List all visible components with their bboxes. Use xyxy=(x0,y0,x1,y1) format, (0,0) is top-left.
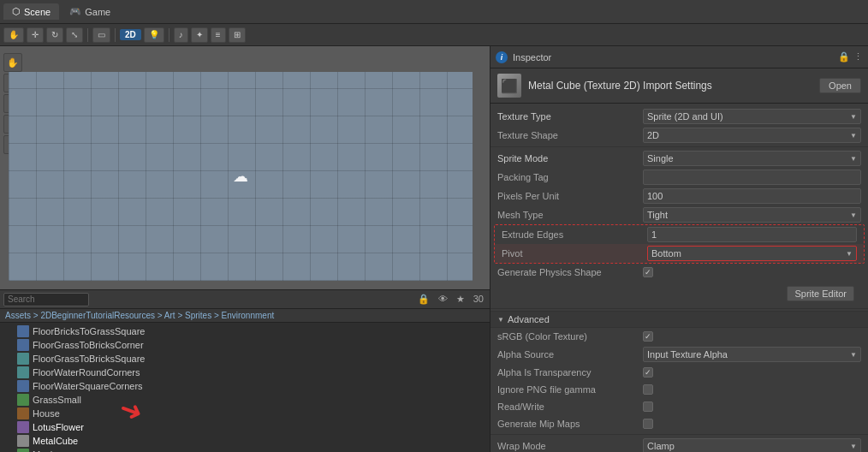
list-item[interactable]: Mushrooms xyxy=(0,448,490,452)
stats-toggle[interactable]: ≡ xyxy=(211,27,226,43)
inspector-lock-icon[interactable]: 🔒 xyxy=(838,51,850,62)
prop-srgb: sRGB (Color Texture) xyxy=(490,328,868,345)
mesh-type-dropdown[interactable]: Tight ▼ xyxy=(643,207,861,223)
file-icon xyxy=(17,353,29,365)
wrap-mode-dropdown[interactable]: Clamp ▼ xyxy=(643,438,861,452)
rect-tool[interactable]: ▭ xyxy=(92,27,110,43)
srgb-checkbox[interactable] xyxy=(643,331,653,342)
prop-packing-tag: Packing Tag xyxy=(490,168,868,187)
list-item[interactable]: FloorWaterRoundCorners xyxy=(0,366,490,379)
inspector-info-icon: i xyxy=(496,51,508,63)
file-list: FloorBricksToGrassSquare FloorGrassToBri… xyxy=(0,323,490,452)
alpha-transparency-label: Alpha Is Transparency xyxy=(497,367,643,378)
advanced-section-header[interactable]: ▼ Advanced xyxy=(490,311,868,328)
srgb-label: sRGB (Color Texture) xyxy=(497,331,643,342)
scene-hand-btn[interactable]: ✋ xyxy=(3,53,22,72)
project-search-input[interactable] xyxy=(3,293,89,306)
tab-scene[interactable]: ⬡ Scene xyxy=(3,3,59,20)
extrude-edges-label: Extrude Edges xyxy=(502,229,647,240)
list-item[interactable]: FloorBricksToGrassSquare xyxy=(0,324,490,338)
favorite-icon[interactable]: ★ xyxy=(454,293,467,306)
eye-icon[interactable]: 👁 xyxy=(436,293,450,306)
generate-mip-checkbox[interactable] xyxy=(643,419,653,429)
texture-shape-dropdown[interactable]: 2D ▼ xyxy=(643,128,861,143)
pivot-label: Pivot xyxy=(502,248,647,259)
prop-pixels-per-unit: Pixels Per Unit xyxy=(490,187,868,205)
prop-read-write: Read/Write xyxy=(490,398,868,415)
file-icon xyxy=(17,325,29,337)
wrap-mode-label: Wrap Mode xyxy=(497,441,643,451)
open-button[interactable]: Open xyxy=(819,78,861,93)
prop-pivot: Pivot Bottom ▼ xyxy=(495,244,864,263)
alpha-transparency-checkbox[interactable] xyxy=(643,367,653,378)
light-toggle[interactable]: 💡 xyxy=(144,27,164,43)
list-item-metalcube[interactable]: MetalCube xyxy=(0,434,490,448)
prop-wrap-mode: Wrap Mode Clamp ▼ xyxy=(490,437,868,452)
fx-toggle[interactable]: ✦ xyxy=(191,27,208,43)
list-item[interactable]: GrassSmall xyxy=(0,393,490,407)
list-item[interactable]: FloorWaterSquareCorners xyxy=(0,379,490,393)
generate-physics-checkbox[interactable] xyxy=(643,267,653,277)
packing-tag-input[interactable] xyxy=(643,170,861,185)
scene-cloud: ☁ xyxy=(233,167,248,186)
chevron-down-icon: ▼ xyxy=(850,351,857,359)
prop-texture-shape: Texture Shape 2D ▼ xyxy=(490,126,868,145)
asset-header: ⬛ Metal Cube (Texture 2D) Import Setting… xyxy=(490,68,868,104)
file-icon xyxy=(17,380,29,392)
texture-type-label: Texture Type xyxy=(497,111,643,122)
prop-alpha-transparency: Alpha Is Transparency xyxy=(490,364,868,381)
prop-texture-type: Texture Type Sprite (2D and UI) ▼ xyxy=(490,107,868,126)
inspector-menu-icon[interactable]: ⋮ xyxy=(853,51,863,62)
alpha-source-label: Alpha Source xyxy=(497,349,643,360)
move-tool[interactable]: ✛ xyxy=(27,27,44,43)
sprite-editor-button[interactable]: Sprite Editor xyxy=(787,286,854,301)
alpha-source-dropdown[interactable]: Input Texture Alpha ▼ xyxy=(643,347,861,362)
list-item[interactable]: FloorGrassToBricksCorner xyxy=(0,338,490,352)
file-icon xyxy=(17,366,29,378)
play-audio[interactable]: ♪ xyxy=(174,27,188,43)
asset-thumbnail: ⬛ xyxy=(497,74,521,98)
packing-tag-label: Packing Tag xyxy=(497,172,643,182)
inspector-header: i Inspector 🔒 ⋮ xyxy=(490,46,868,68)
extrude-edges-input[interactable] xyxy=(647,227,857,242)
tab-game[interactable]: 🎮 Game xyxy=(61,3,119,20)
lock-icon: 🔒 xyxy=(415,293,432,306)
scale-tool[interactable]: ⤡ xyxy=(66,27,83,43)
prop-alpha-source: Alpha Source Input Texture Alpha ▼ xyxy=(490,345,868,364)
texture-type-dropdown[interactable]: Sprite (2D and UI) ▼ xyxy=(643,109,861,124)
scene-tab-icon: ⬡ xyxy=(12,6,21,17)
inspector-title: Inspector xyxy=(513,52,551,62)
prop-generate-mip: Generate Mip Maps xyxy=(490,415,868,432)
file-icon xyxy=(17,407,29,419)
list-item-lotusflower[interactable]: LotusFlower xyxy=(0,420,490,434)
pivot-dropdown[interactable]: Bottom ▼ xyxy=(647,246,857,261)
texture-shape-label: Texture Shape xyxy=(497,130,643,140)
list-item[interactable]: House xyxy=(0,407,490,420)
ignore-png-checkbox[interactable] xyxy=(643,384,653,395)
game-tab-icon: 🎮 xyxy=(69,6,81,17)
file-icon xyxy=(17,394,29,406)
generate-mip-label: Generate Mip Maps xyxy=(497,419,643,429)
pixels-per-unit-input[interactable] xyxy=(643,188,861,204)
prop-mesh-type: Mesh Type Tight ▼ xyxy=(490,205,868,224)
2d-toggle[interactable]: 2D xyxy=(120,29,141,40)
rotate-tool[interactable]: ↻ xyxy=(46,27,63,43)
mesh-type-label: Mesh Type xyxy=(497,210,643,220)
ignore-png-label: Ignore PNG file gamma xyxy=(497,384,643,395)
file-icon xyxy=(17,339,29,351)
asset-title: Metal Cube (Texture 2D) Import Settings xyxy=(528,80,812,92)
prop-ignore-png: Ignore PNG file gamma xyxy=(490,381,868,398)
gizmos-toggle[interactable]: ⊞ xyxy=(229,27,246,43)
list-item[interactable]: FloorGrassToBricksSquare xyxy=(0,352,490,366)
read-write-label: Read/Write xyxy=(497,401,643,412)
inspector-body: Texture Type Sprite (2D and UI) ▼ Textur… xyxy=(490,104,868,452)
hand-tool[interactable]: ✋ xyxy=(3,27,24,43)
prop-extrude-edges: Extrude Edges xyxy=(495,225,864,244)
read-write-checkbox[interactable] xyxy=(643,401,653,412)
item-count: 30 xyxy=(471,293,486,306)
chevron-down-icon: ▼ xyxy=(850,211,857,219)
chevron-down-icon: ▼ xyxy=(850,443,857,450)
scene-tab-label: Scene xyxy=(24,7,51,17)
sprite-mode-dropdown[interactable]: Single ▼ xyxy=(643,151,861,166)
chevron-down-icon: ▼ xyxy=(846,250,853,258)
